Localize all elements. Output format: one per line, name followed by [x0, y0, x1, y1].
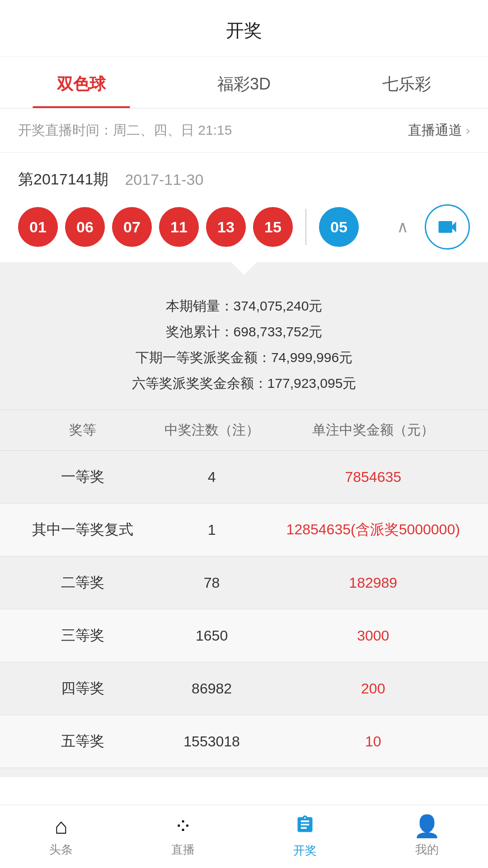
- red-ball: 13: [206, 207, 246, 247]
- channel-link[interactable]: 直播通道 ›: [408, 121, 470, 140]
- red-balls-container: 010607111315: [18, 207, 293, 247]
- table-row: 二等奖78182989: [0, 557, 488, 609]
- issue-info: 第2017141期 2017-11-30: [18, 169, 470, 190]
- nav-label-zhibo: 直播: [171, 842, 195, 858]
- balls-row: 010607111315 05 ∧: [18, 204, 470, 250]
- nav-label-toutiao: 头条: [49, 842, 73, 858]
- blue-ball: 05: [319, 207, 359, 247]
- prize-summary: 本期销量：374,075,240元 奖池累计：698,733,752元 下期一等…: [0, 275, 488, 410]
- prize-grade: 一等奖: [18, 467, 147, 487]
- red-ball: 15: [253, 207, 293, 247]
- prize-grade: 二等奖: [18, 573, 147, 593]
- bottom-nav: ⌂ 头条 ⁘ 直播 开奖 👤 我的: [0, 805, 488, 868]
- page-title: 开奖: [0, 0, 488, 57]
- balls-divider: [305, 209, 306, 245]
- table-row: 四等奖86982200: [0, 662, 488, 715]
- prize-table-body: 一等奖47854635其中一等奖复式112854635(含派奖5000000)二…: [0, 451, 488, 768]
- red-ball: 06: [65, 207, 105, 247]
- issue-date: 2017-11-30: [125, 171, 203, 189]
- tab-fucai3d[interactable]: 福彩3D: [163, 57, 325, 108]
- prize-panel: 本期销量：374,075,240元 奖池累计：698,733,752元 下期一等…: [0, 262, 488, 777]
- nav-toutiao[interactable]: ⌂ 头条: [0, 805, 122, 868]
- prize-amount: 3000: [276, 627, 470, 644]
- red-ball: 07: [112, 207, 152, 247]
- nav-label-kaijiang: 开奖: [293, 843, 317, 859]
- home-icon: ⌂: [55, 816, 68, 837]
- collapse-button[interactable]: ∧: [397, 217, 408, 236]
- prize-count: 1650: [147, 627, 277, 644]
- prize-count: 86982: [147, 680, 277, 697]
- prize-count: 78: [147, 575, 277, 591]
- chevron-right-icon: ›: [466, 123, 470, 138]
- prize-grade: 四等奖: [18, 679, 147, 698]
- issue-section: 第2017141期 2017-11-30 010607111315 05 ∧: [0, 153, 488, 262]
- summary-line4: 六等奖派奖奖金余额：177,923,095元: [18, 370, 470, 396]
- summary-line2: 奖池累计：698,733,752元: [18, 319, 470, 344]
- prize-amount: 10: [276, 733, 470, 750]
- header-count: 中奖注数（注）: [147, 421, 277, 439]
- person-icon: 👤: [413, 816, 441, 837]
- red-ball: 01: [18, 207, 58, 247]
- prize-grade: 其中一等奖复式: [18, 520, 147, 540]
- video-button[interactable]: [425, 204, 470, 250]
- table-row: 五等奖155301810: [0, 715, 488, 768]
- prize-amount: 182989: [276, 575, 470, 591]
- header-grade: 奖等: [18, 421, 147, 439]
- prize-amount: 12854635(含派奖5000000): [276, 520, 470, 540]
- prize-grade: 五等奖: [18, 731, 147, 751]
- table-row: 一等奖47854635: [0, 451, 488, 504]
- prize-count: 4: [147, 469, 277, 486]
- main-tabs: 双色球 福彩3D 七乐彩: [0, 57, 488, 108]
- prize-count: 1553018: [147, 733, 277, 750]
- nav-wode[interactable]: 👤 我的: [366, 805, 488, 868]
- clipboard-icon: [295, 815, 315, 838]
- nav-label-wode: 我的: [415, 842, 439, 858]
- table-row: 三等奖16503000: [0, 609, 488, 662]
- summary-line1: 本期销量：374,075,240元: [18, 293, 470, 319]
- prize-grade: 三等奖: [18, 626, 147, 646]
- panel-arrow: [231, 262, 257, 275]
- summary-line3: 下期一等奖派奖金额：74,999,996元: [18, 344, 470, 370]
- tab-qilecai[interactable]: 七乐彩: [325, 57, 488, 108]
- prize-count: 1: [147, 522, 277, 538]
- issue-number: 第2017141期: [18, 169, 108, 190]
- live-bar: 开奖直播时间：周二、四、日 21:15 直播通道 ›: [0, 108, 488, 153]
- header-amount: 单注中奖金额（元）: [276, 421, 470, 439]
- red-ball: 11: [159, 207, 199, 247]
- prize-table-header: 奖等 中奖注数（注） 单注中奖金额（元）: [0, 410, 488, 451]
- channel-label: 直播通道: [408, 121, 462, 140]
- prize-amount: 7854635: [276, 469, 470, 486]
- prize-amount: 200: [276, 680, 470, 697]
- apps-icon: ⁘: [174, 816, 192, 837]
- nav-zhibo[interactable]: ⁘ 直播: [122, 805, 244, 868]
- video-icon: [436, 215, 459, 239]
- schedule-label: 开奖直播时间：周二、四、日 21:15: [18, 121, 232, 140]
- nav-kaijiang[interactable]: 开奖: [244, 805, 366, 868]
- table-row: 其中一等奖复式112854635(含派奖5000000): [0, 504, 488, 557]
- tab-shuangseqiu[interactable]: 双色球: [0, 57, 163, 108]
